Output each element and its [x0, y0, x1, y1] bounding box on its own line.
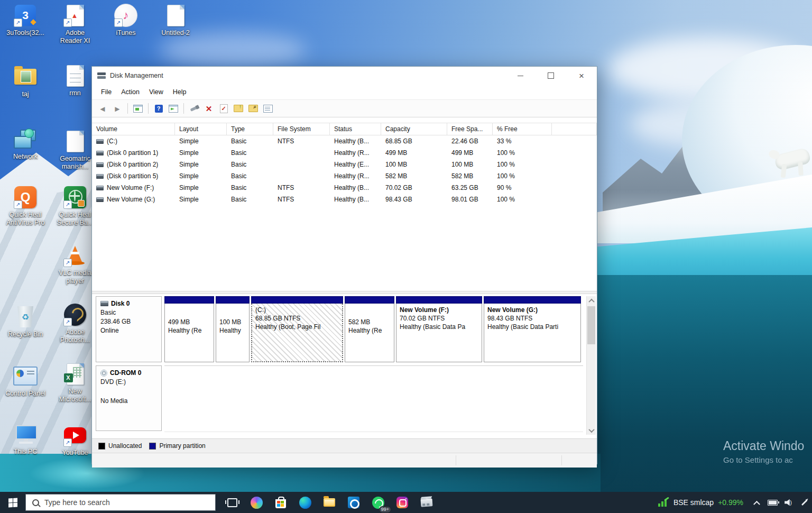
desktop-icon-quick-heal-secure[interactable]: ↗ Quick Heal Secure Ba...: [54, 185, 96, 227]
volume-icon: [96, 162, 104, 167]
scrollbar-thumb[interactable]: [587, 306, 595, 344]
task-view-button[interactable]: [220, 492, 244, 513]
partition-recovery-2[interactable]: 582 MBHealthy (Re: [345, 296, 394, 362]
document-icon: [67, 131, 84, 152]
desktop-icon-itunes[interactable]: ♪↗ iTunes: [105, 3, 147, 37]
desktop-icon-this-pc[interactable]: This PC: [4, 422, 47, 456]
folder-search-button[interactable]: ⌕: [247, 102, 260, 115]
windows-logo-icon: [8, 498, 17, 507]
maximize-button[interactable]: [536, 67, 566, 85]
desktop-icon-geomatric-manish[interactable]: Geomatric manish...: [54, 129, 96, 171]
partition-g[interactable]: New Volume (G:)98.43 GB NTFSHealthy (Bas…: [484, 296, 581, 362]
desktop-icon-adobe-reader[interactable]: ▲↗ Adobe Reader XI: [54, 3, 96, 45]
speaker-waves-icon: ): [790, 499, 792, 506]
news-ticker[interactable]: BSE smlcap +0.99%: [652, 492, 749, 513]
desktop-icon-recycle-bin[interactable]: ♻ Recycle Bin: [4, 305, 47, 338]
legend-unallocated: Unallocated: [98, 442, 142, 450]
column-layout[interactable]: Layout: [175, 123, 227, 135]
copilot-button[interactable]: [244, 492, 269, 513]
column-capacity[interactable]: Capacity: [381, 123, 447, 135]
desktop-icon-control-panel[interactable]: Control Panel: [4, 364, 47, 398]
volume-row-c[interactable]: (C:) SimpleBasic NTFSHealthy (B... 68.85…: [92, 135, 597, 147]
show-console-tree-button[interactable]: [132, 102, 144, 115]
desktop-icon-adobe-photoshop[interactable]: ↗ Adobe Photosh...: [54, 303, 96, 344]
back-button[interactable]: ◄: [96, 102, 109, 115]
volume-row-f[interactable]: New Volume (F:) SimpleBasic NTFSHealthy …: [92, 182, 597, 194]
column-status[interactable]: Status: [330, 123, 381, 135]
cloud: [159, 32, 307, 69]
disk-management-taskbar-button[interactable]: [414, 492, 439, 513]
desktop-icon-quick-heal-antivirus[interactable]: Q↗ Quick Heal AntiVirus Pro: [4, 185, 47, 227]
menu-action[interactable]: Action: [116, 86, 144, 98]
network-computers-icon: [14, 129, 37, 150]
vertical-scrollbar[interactable]: [586, 296, 596, 435]
search-box[interactable]: Type here to search: [25, 494, 216, 511]
desktop-icon-label: Adobe Reader XI: [54, 29, 96, 45]
help-button[interactable]: ?: [152, 102, 165, 115]
folder-up-button[interactable]: ↑: [232, 102, 245, 115]
pen-button[interactable]: [796, 492, 812, 513]
desktop-icon-label: VLC media player: [54, 269, 96, 285]
forward-button[interactable]: ►: [111, 102, 124, 115]
delete-volume-button[interactable]: ✕: [202, 102, 215, 115]
volume-row-g[interactable]: New Volume (G:) SimpleBasic NTFSHealthy …: [92, 194, 597, 205]
title-bar[interactable]: Disk Management ×: [92, 67, 597, 85]
desktop-icon-new-microsoft[interactable]: X New Microsoft...: [54, 362, 96, 404]
column-volume[interactable]: Volume: [92, 123, 175, 135]
desktop-icon-label: New Microsoft...: [54, 388, 96, 404]
status-bar-divider: [561, 455, 562, 465]
menu-file[interactable]: File: [96, 86, 116, 98]
battery-icon: [768, 500, 778, 506]
scroll-up-button[interactable]: [587, 296, 596, 305]
column-file-system[interactable]: File System: [273, 123, 330, 135]
show-action-pane-button[interactable]: [167, 102, 180, 115]
wallpaper-sea: [596, 275, 812, 513]
minimize-button[interactable]: [505, 67, 536, 85]
menu-view[interactable]: View: [144, 86, 168, 98]
volume-row-partition-5[interactable]: (Disk 0 partition 5) SimpleBasic Healthy…: [92, 170, 597, 182]
desktop-icon-taj[interactable]: taj: [4, 65, 47, 98]
desktop-icon-vlc[interactable]: ↗ VLC media player: [54, 243, 96, 285]
column-free-space[interactable]: Free Spa...: [447, 123, 493, 135]
volume-row-partition-2[interactable]: (Disk 0 partition 2) SimpleBasic Healthy…: [92, 159, 597, 170]
start-button[interactable]: [0, 492, 25, 513]
partition-c-selected[interactable]: (C:)68.85 GB NTFSHealthy (Boot, Page Fil: [251, 296, 343, 362]
shortcut-arrow-icon: ↗: [114, 19, 123, 27]
minimize-icon: [518, 76, 523, 76]
partition-f[interactable]: New Volume (F:)70.02 GB NTFSHealthy (Bas…: [396, 296, 482, 362]
partition-strip: 499 MBHealthy (Re 100 MBHealthy (C:)68.8…: [164, 296, 581, 362]
desktop-icon-rmn[interactable]: rmn: [54, 63, 96, 97]
partition-efi[interactable]: 100 MBHealthy: [216, 296, 250, 362]
volume-row-partition-1[interactable]: (Disk 0 partition 1) SimpleBasic Healthy…: [92, 147, 597, 159]
cdrom-label[interactable]: CD-ROM 0 DVD (E:) No Media: [96, 365, 162, 431]
whatsapp-button[interactable]: 99+: [366, 492, 390, 513]
volume-icon: [96, 197, 104, 202]
tools-button[interactable]: [188, 102, 200, 115]
microsoft-store-button[interactable]: [269, 492, 293, 513]
instagram-button[interactable]: [390, 492, 414, 513]
edge-icon: [299, 497, 311, 509]
column-pct-free[interactable]: % Free: [493, 123, 552, 135]
column-type[interactable]: Type: [227, 123, 273, 135]
scroll-down-button[interactable]: [587, 426, 596, 435]
battery-button[interactable]: [764, 492, 780, 513]
edge-button[interactable]: [293, 492, 317, 513]
volume-list-header: Volume Layout Type File System Status Ca…: [92, 123, 597, 135]
desktop-icon-youtube[interactable]: ↗ YouTube: [54, 423, 96, 457]
partition-recovery-1[interactable]: 499 MBHealthy (Re: [164, 296, 214, 362]
volume-button[interactable]: ): [780, 492, 796, 513]
properties-button[interactable]: [262, 102, 274, 115]
close-button[interactable]: ×: [566, 67, 597, 85]
disk-management-window: Disk Management × File Action View Help …: [91, 66, 597, 464]
primary-partition-bar: [164, 296, 214, 304]
desktop-icon-untitled-2[interactable]: Untitled-2: [154, 3, 197, 37]
desktop-icon-3utools[interactable]: 3↗ 3uTools(32...: [4, 3, 47, 37]
outlook-button[interactable]: [342, 492, 366, 513]
hidden-icons-button[interactable]: [749, 492, 764, 513]
mark-partition-button[interactable]: ✓: [217, 102, 230, 115]
disk-0-label[interactable]: Disk 0 Basic 238.46 GB Online: [96, 296, 162, 362]
file-explorer-button[interactable]: [317, 492, 342, 513]
menu-help[interactable]: Help: [168, 86, 191, 98]
desktop-icon-network[interactable]: Network: [4, 127, 47, 161]
volume-icon: [96, 174, 104, 179]
